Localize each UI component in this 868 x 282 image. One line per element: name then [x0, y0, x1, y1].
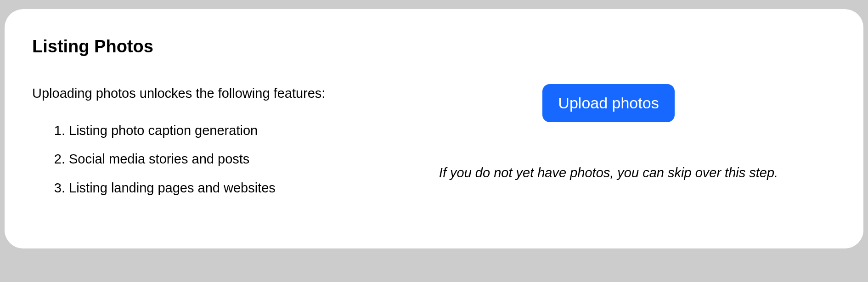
- feature-item: Listing photo caption generation: [69, 121, 363, 140]
- skip-step-text: If you do not yet have photos, you can s…: [439, 164, 778, 182]
- listing-photos-card: Listing Photos Uploading photos unlockes…: [5, 9, 863, 248]
- card-title: Listing Photos: [32, 37, 836, 56]
- feature-item: Social media stories and posts: [69, 150, 363, 169]
- features-column: Uploading photos unlockes the following …: [32, 84, 363, 207]
- upload-column: Upload photos If you do not yet have pho…: [381, 84, 836, 182]
- intro-text: Uploading photos unlockes the following …: [32, 84, 363, 103]
- feature-list: Listing photo caption generation Social …: [32, 121, 363, 197]
- upload-photos-button[interactable]: Upload photos: [542, 84, 674, 122]
- feature-item: Listing landing pages and websites: [69, 179, 363, 197]
- card-body: Uploading photos unlockes the following …: [32, 84, 836, 207]
